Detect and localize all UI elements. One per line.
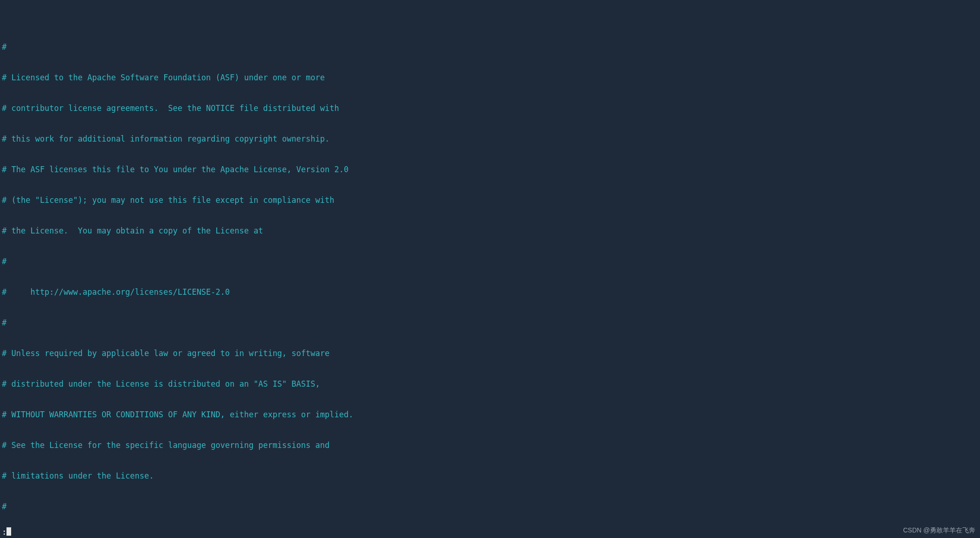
editor-viewport[interactable]: # # Licensed to the Apache Software Foun… xyxy=(0,0,980,538)
comment-line: # Licensed to the Apache Software Founda… xyxy=(2,72,978,83)
watermark: CSDN @勇敢羊羊在飞奔 xyxy=(903,525,975,535)
comment-line: # limitations under the License. xyxy=(2,471,978,481)
comment-line: # (the "License"); you may not use this … xyxy=(2,195,978,205)
cursor xyxy=(6,527,11,536)
vim-command-line[interactable]: : xyxy=(0,527,980,538)
comment-line: # distributed under the License is distr… xyxy=(2,379,978,389)
comment-line: # xyxy=(2,501,978,512)
comment-line: # xyxy=(2,256,978,266)
comment-line: # The ASF licenses this file to You unde… xyxy=(2,164,978,175)
comment-line: # See the License for the specific langu… xyxy=(2,440,978,450)
comment-line: # xyxy=(2,318,978,328)
comment-line: # xyxy=(2,42,978,52)
command-prompt: : xyxy=(2,527,6,537)
comment-line: # contributor license agreements. See th… xyxy=(2,103,978,113)
comment-line: # Unless required by applicable law or a… xyxy=(2,348,978,358)
comment-line: # this work for additional information r… xyxy=(2,134,978,144)
comment-line: # the License. You may obtain a copy of … xyxy=(2,226,978,236)
comment-line: # http://www.apache.org/licenses/LICENSE… xyxy=(2,287,978,297)
comment-line: # WITHOUT WARRANTIES OR CONDITIONS OF AN… xyxy=(2,409,978,420)
